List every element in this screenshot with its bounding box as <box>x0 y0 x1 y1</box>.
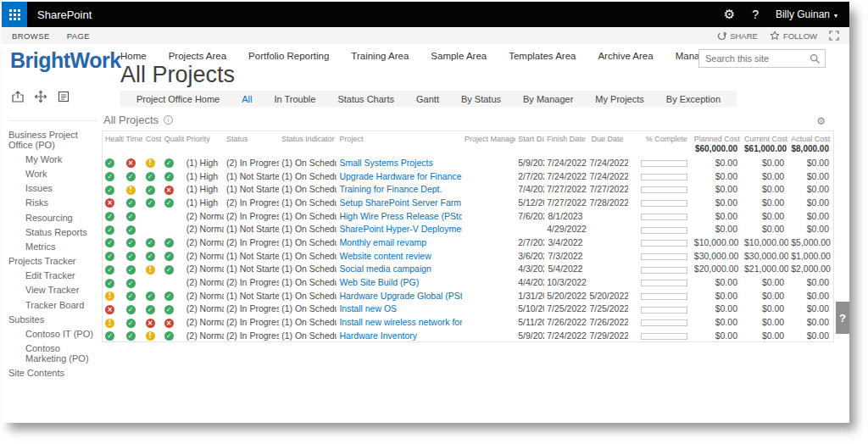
nav-link[interactable]: Templates Area <box>509 51 576 61</box>
column-header[interactable]: Cost <box>143 131 162 145</box>
column-header[interactable]: % Complete <box>628 131 692 145</box>
nav-link[interactable]: Archive Area <box>598 51 653 61</box>
sidebar-item[interactable]: My Work <box>8 152 97 166</box>
share-button[interactable]: SHARE <box>717 31 758 41</box>
column-header[interactable]: Project Manager <box>462 131 515 145</box>
quality-cell: × <box>162 315 184 329</box>
start-date-cell: 7/4/2022 <box>515 182 544 196</box>
ribbon-tab-page[interactable]: PAGE <box>67 31 90 41</box>
view-tab[interactable]: By Exception <box>655 94 732 104</box>
project-link[interactable]: Hardware Inventory <box>339 330 417 341</box>
column-header[interactable]: Finish Date <box>544 131 587 145</box>
progress-bar <box>641 293 687 300</box>
search-input[interactable] <box>699 53 810 64</box>
project-link[interactable]: Setup SharePoint Server Farm <box>339 197 461 208</box>
sidebar-item[interactable]: Tracker Board <box>8 297 97 312</box>
help-icon[interactable]: ? <box>752 8 759 21</box>
status-indicator-cell: (1) On Schedule <box>279 315 337 329</box>
view-tab[interactable]: By Manager <box>512 94 584 104</box>
current-cost-cell: $10,000.00 <box>742 236 788 249</box>
nav-link[interactable]: Portfolio Reporting <box>248 51 329 61</box>
column-header[interactable]: Actual Cost <box>788 131 833 145</box>
sidebar-section[interactable]: Subsites <box>8 312 97 326</box>
view-tab[interactable]: Gantt <box>405 94 450 104</box>
project-link[interactable]: Hardware Upgrade Global (PStr) <box>339 291 462 301</box>
time-cell: ✓ <box>124 263 143 276</box>
time-cell: ✓ <box>124 222 143 236</box>
promote-icon[interactable] <box>11 90 25 107</box>
current-cost-cell: $0.00 <box>742 182 788 196</box>
sidebar-item[interactable]: Metrics <box>8 239 97 253</box>
start-date-cell: 7/6/2023 <box>515 209 544 223</box>
project-link[interactable]: Social media campaign <box>339 264 431 274</box>
view-tab[interactable]: Status Charts <box>326 94 405 104</box>
project-link[interactable]: Website content review <box>339 251 431 261</box>
view-tab[interactable]: All <box>231 94 263 104</box>
column-header[interactable]: Status Indicator <box>279 131 337 145</box>
ribbon-tab-browse[interactable]: BROWSE <box>12 31 50 41</box>
sidebar-item[interactable]: Edit Tracker <box>8 269 97 283</box>
move-icon[interactable] <box>34 90 47 107</box>
column-header[interactable]: Quality <box>162 131 184 145</box>
sidebar-section[interactable]: Business Project Office (PO) <box>8 127 97 152</box>
project-link[interactable]: Small Systems Projects <box>339 158 432 168</box>
focus-mode-button[interactable] <box>829 31 839 41</box>
actual-cost-cell: $0.00 <box>788 209 833 223</box>
sidebar-item[interactable]: Contoso IT (PO) <box>8 326 97 341</box>
view-tab[interactable]: By Status <box>450 94 512 104</box>
column-header[interactable]: Project <box>337 131 462 145</box>
project-link[interactable]: Install new wireless network for IT <box>339 317 462 327</box>
user-menu[interactable]: Billy Guinan▾ <box>776 8 837 20</box>
project-cell: Website content review <box>337 249 462 263</box>
sidebar-item[interactable]: Risks <box>8 196 97 210</box>
main-content: All Projects i ⚙ HealthTimeCostQualityPr… <box>102 114 837 342</box>
nav-link[interactable]: Home <box>120 51 147 61</box>
project-link[interactable]: Training for Finance Dept. <box>339 184 442 194</box>
brightwork-logo[interactable]: BrightWork <box>10 48 121 73</box>
project-link[interactable]: Monthly email revamp <box>339 237 426 247</box>
info-icon[interactable]: i <box>164 115 173 125</box>
list-view-icon[interactable] <box>57 90 70 107</box>
column-header[interactable]: Priority <box>184 131 224 145</box>
nav-link[interactable]: Training Area <box>351 51 409 61</box>
sidebar-item[interactable]: Issues <box>8 181 97 196</box>
sidebar-section[interactable]: Projects Tracker <box>8 254 97 269</box>
view-tab[interactable]: Project Office Home <box>125 94 231 104</box>
column-header[interactable]: Current Cost <box>742 131 788 145</box>
view-tab[interactable]: In Trouble <box>263 94 326 104</box>
cost-cell: ✓ <box>143 236 162 249</box>
webpart-gear-icon[interactable]: ⚙ <box>816 115 826 127</box>
due-date-cell <box>587 209 627 223</box>
sidebar-item[interactable]: Contoso Marketing (PO) <box>8 341 97 366</box>
percent-complete-cell <box>628 302 692 316</box>
sidebar-section[interactable]: Site Contents <box>8 366 97 380</box>
app-launcher-icon[interactable] <box>2 2 27 27</box>
site-header: BrightWork HomeProjects AreaPortfolio Re… <box>2 44 849 90</box>
column-header[interactable]: Health <box>103 131 124 145</box>
sidebar-item[interactable]: View Tracker <box>8 283 97 297</box>
sidebar-item[interactable]: Work <box>8 166 97 180</box>
project-link[interactable]: Upgrade Hardware for Finance Dept. <box>339 171 462 181</box>
sidebar-item[interactable]: Resourcing <box>8 210 97 225</box>
project-link[interactable]: SharePoint Hyper-V Deployment (PL) <box>339 224 462 234</box>
project-manager-cell <box>462 289 515 302</box>
project-link[interactable]: High Wire Press Release (PStd) <box>339 211 462 221</box>
status-cell: (2) In Progress <box>224 156 279 169</box>
column-header[interactable]: Status <box>224 131 279 145</box>
settings-gear-icon[interactable]: ⚙ <box>724 8 735 21</box>
start-date-cell: 2/7/2022 <box>515 169 544 183</box>
column-header[interactable]: Time <box>124 131 143 145</box>
help-flyout-tab[interactable]: ? <box>836 302 849 334</box>
totals-empty-cell <box>162 144 184 156</box>
column-header[interactable]: Due Date <box>587 131 627 145</box>
column-header[interactable]: Start Date <box>515 131 544 145</box>
sidebar-item[interactable]: Status Reports <box>8 225 97 239</box>
nav-link[interactable]: Sample Area <box>431 51 487 61</box>
search-icon[interactable] <box>810 53 821 64</box>
follow-button[interactable]: FOLLOW <box>770 31 817 41</box>
project-link[interactable]: Web Site Build (PG) <box>339 277 419 287</box>
nav-link[interactable]: Projects Area <box>169 51 226 61</box>
view-tab[interactable]: My Projects <box>584 94 654 104</box>
column-header[interactable]: Planned Cost <box>692 131 742 145</box>
project-link[interactable]: Install new OS <box>339 303 397 314</box>
